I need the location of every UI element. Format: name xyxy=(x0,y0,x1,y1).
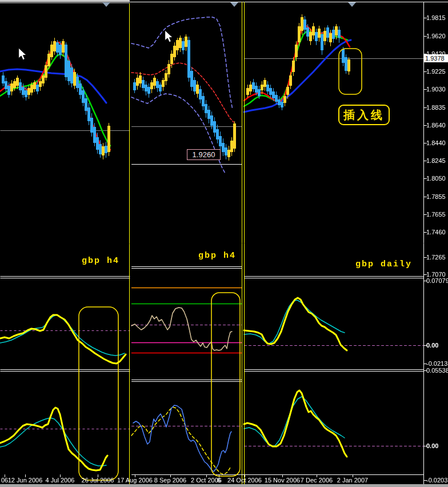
price-axis-label: 1.7460 xyxy=(426,229,446,235)
price-axis-label: 0.00 xyxy=(426,442,438,449)
date-axis-label: 7 Dec 2006 xyxy=(301,477,333,484)
chart-shift-marker-icon xyxy=(230,2,238,7)
price-axis-label: 1.9815 xyxy=(426,14,446,21)
mouse-cursor-icon xyxy=(164,30,174,43)
date-axis-label: 17 Aug 2006 xyxy=(117,477,153,484)
mouse-cursor-icon xyxy=(18,48,28,61)
price-axis-label: 1.7655 xyxy=(426,211,446,218)
date-axis-label: 6 xyxy=(217,477,221,484)
date-axis-label: 26 Jul 2006 xyxy=(82,477,114,484)
chart-price-label[interactable]: 1.9260 xyxy=(187,149,221,160)
trading-workspace: 1.98151.96201.94201.92251.90301.88351.86… xyxy=(0,0,448,487)
price-axis-label: 1.8245 xyxy=(426,157,446,164)
panel-title: gbp h4 xyxy=(198,251,236,261)
window-bottom-edge xyxy=(0,484,448,487)
date-axis-label: 24 Oct 2006 xyxy=(227,477,262,484)
date-axis-label: 2 Jan 2007 xyxy=(337,477,368,484)
panel-title: gbp daily xyxy=(355,260,412,269)
price-axis-label: 1.8440 xyxy=(426,139,446,146)
chart-shift-marker-icon xyxy=(348,2,356,7)
current-price-tag: 1.9378 xyxy=(424,54,448,62)
price-axis-label: 1.8640 xyxy=(426,122,446,129)
price-axis-label: 0.00 xyxy=(426,342,438,349)
panel-title: gbp h4 xyxy=(82,256,119,266)
price-axis-label: 1.9225 xyxy=(426,68,446,75)
price-axis-label: 1.7265 xyxy=(426,254,446,261)
insert-line-label[interactable]: 插入线 xyxy=(338,105,390,125)
price-axis-label: 1.8835 xyxy=(426,104,446,111)
date-axis-label: 12 Jun 2006 xyxy=(8,477,43,484)
date-axis-label: 15 Nov 2006 xyxy=(265,477,300,484)
date-axis-label: 06 xyxy=(1,477,8,484)
date-axis-label: 8 Sep 2006 xyxy=(154,477,186,484)
price-axis-label: 0.05538 xyxy=(426,367,448,374)
chart-shift-marker-icon xyxy=(102,2,110,7)
price-axis-label: 1.8050 xyxy=(426,175,446,182)
price-axis-label: 1.7855 xyxy=(426,193,446,200)
price-axis-label: -0.0213 xyxy=(426,360,447,367)
date-axis-label: 4 Jul 2006 xyxy=(46,477,75,484)
price-axis-label: 1.9620 xyxy=(426,33,446,39)
price-axis-label: 0.07079 xyxy=(426,277,448,284)
chart-canvas[interactable] xyxy=(0,0,448,487)
price-axis-label: -0.02037 xyxy=(426,477,448,484)
price-axis-label: 1.9030 xyxy=(426,86,446,93)
